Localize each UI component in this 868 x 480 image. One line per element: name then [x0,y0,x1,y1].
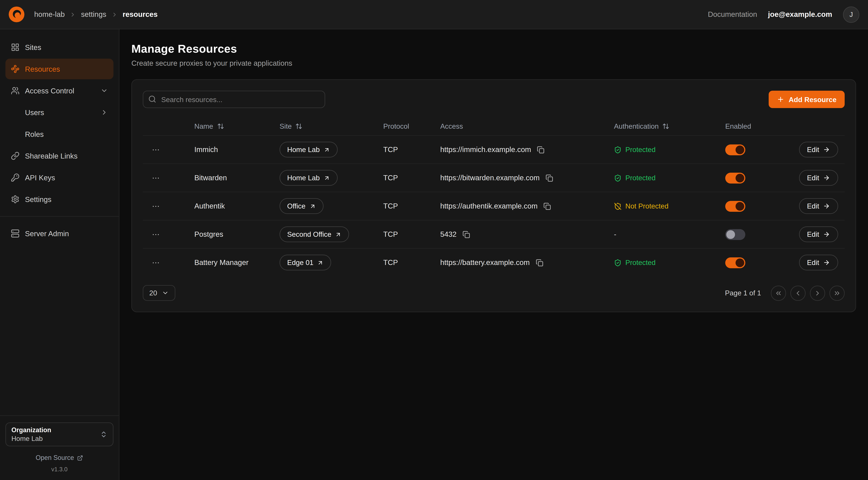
sidebar-item-server-admin[interactable]: Server Admin [5,223,114,244]
copy-button[interactable] [534,258,544,268]
ellipsis-icon [151,230,160,239]
edit-button[interactable]: Edit [799,198,838,214]
link-icon [11,151,20,160]
site-link-button[interactable]: Home Lab [280,142,338,157]
copy-button[interactable] [545,173,554,183]
access-url: https://immich.example.com [440,146,531,154]
edit-button[interactable]: Edit [799,227,838,242]
avatar[interactable]: J [843,6,859,23]
site-link-button[interactable]: Home Lab [280,170,338,186]
user-email: joe@example.com [768,10,832,19]
next-page-button[interactable] [810,286,825,301]
edit-button[interactable]: Edit [799,254,838,270]
sidebar-item-label: Server Admin [25,230,69,238]
site-link-button[interactable]: Office [280,198,323,214]
enabled-toggle[interactable] [725,229,745,240]
resource-name: Immich [194,146,280,154]
table-row: Battery Manager Edge 01 TCP https://batt… [143,248,845,276]
users-icon [11,86,20,95]
previous-page-button[interactable] [790,286,806,301]
auth-status-label: - [614,230,616,238]
site-link-button[interactable]: Edge 01 [280,254,331,270]
resource-protocol: TCP [383,230,440,238]
auth-cell: - [614,230,725,238]
org-selector-value: Home Lab [11,435,51,443]
resource-protocol: TCP [383,202,440,210]
table-footer: 20 Page 1 of 1 [143,285,845,301]
page-title: Manage Resources [131,42,856,55]
copy-icon [463,231,470,238]
shield-off-icon [614,202,622,210]
topbar: home-lab settings resources Documentatio… [0,0,868,29]
sidebar-item-label: Settings [25,195,52,204]
sidebar-item-resources[interactable]: Resources [5,59,114,79]
sidebar-item-label: Users [25,109,44,117]
column-header-access: Access [440,122,614,130]
column-header-site[interactable]: Site [280,122,383,130]
edit-button[interactable]: Edit [799,142,838,157]
enabled-toggle[interactable] [725,201,745,212]
row-menu-button[interactable] [149,171,162,184]
sidebar-item-settings[interactable]: Settings [5,189,114,210]
sidebar-item-roles[interactable]: Roles [5,124,114,144]
chevron-down-icon [162,290,169,297]
sidebar-item-access-control[interactable]: Access Control [5,80,114,101]
site-link-button[interactable]: Second Office [280,227,349,242]
access-url: https://authentik.example.com [440,202,537,210]
sidebar-item-label: Sites [25,43,41,51]
table-row: Authentik Office TCP https://authentik.e… [143,192,845,220]
sidebar-item-label: Roles [25,130,44,138]
copy-button[interactable] [536,145,546,155]
auth-cell: Not Protected [614,202,725,210]
sites-icon [11,43,20,52]
enabled-toggle[interactable] [725,173,745,183]
sidebar-item-shareable-links[interactable]: Shareable Links [5,146,114,166]
page-size-select[interactable]: 20 [143,285,176,301]
last-page-button[interactable] [830,286,845,301]
arrow-up-right-icon [323,175,330,181]
row-menu-button[interactable] [149,256,162,269]
row-menu-button[interactable] [149,228,162,241]
row-menu-button[interactable] [149,200,162,213]
open-source-link[interactable]: Open Source [5,454,114,461]
shield-check-icon [614,174,622,182]
table-row: Postgres Second Office TCP 5432 - Edit [143,220,845,248]
resources-icon [11,65,20,73]
arrow-up-right-icon [309,203,316,209]
table-row: Immich Home Lab TCP https://immich.examp… [143,135,845,163]
sidebar-item-users[interactable]: Users [5,102,114,123]
chevron-right-icon [100,109,108,116]
resource-protocol: TCP [383,259,440,267]
arrow-right-icon [823,259,830,266]
org-selector[interactable]: Organization Home Lab [5,422,114,446]
column-header-name[interactable]: Name [194,122,280,130]
column-header-authentication[interactable]: Authentication [614,122,725,130]
copy-button[interactable] [542,201,552,211]
sidebar-item-sites[interactable]: Sites [5,37,114,58]
chevron-down-icon [100,87,108,94]
row-menu-button[interactable] [149,143,162,156]
resource-name: Battery Manager [194,259,280,267]
first-page-button[interactable] [771,286,786,301]
main-content: Manage Resources Create secure proxies t… [119,29,868,480]
sidebar-item-api-keys[interactable]: API Keys [5,167,114,188]
enabled-toggle[interactable] [725,144,745,155]
breadcrumb-settings[interactable]: settings [81,10,106,19]
ellipsis-icon [151,258,160,267]
documentation-link[interactable]: Documentation [708,10,757,19]
app-logo-icon[interactable] [9,6,24,22]
enabled-toggle[interactable] [725,257,745,268]
sidebar-nav: Sites Resources Access Control Users [0,29,119,415]
chevron-right-icon [814,289,821,297]
edit-button[interactable]: Edit [799,170,838,186]
copy-button[interactable] [461,230,471,239]
breadcrumb-resources: resources [123,10,158,19]
version-label: v1.3.0 [5,466,114,472]
breadcrumb-org[interactable]: home-lab [34,10,65,19]
search-input[interactable] [143,91,325,108]
chevrons-right-icon [833,289,841,297]
add-resource-button[interactable]: Add Resource [769,91,845,108]
chevrons-up-down-icon [100,430,107,438]
sort-icon [662,123,670,129]
copy-icon [536,259,543,266]
